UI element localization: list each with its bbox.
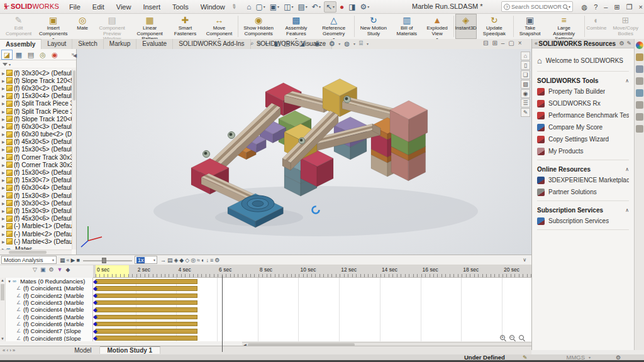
options-button[interactable]: ⚙▾ [359,1,371,13]
key-point[interactable]: ◆ [93,314,97,320]
instant3d-button[interactable]: ◈Instant3D [455,14,477,39]
tree-filter-row[interactable]: ▾ [0,60,76,69]
graphics-viewport[interactable] [77,49,531,255]
auto-key-button[interactable]: ◆ [179,257,184,263]
animation-wizard-button[interactable]: ◈ [173,257,179,263]
tab-assembly[interactable]: Assembly [0,39,42,49]
timeline-bar[interactable] [96,286,197,291]
window-layout-button[interactable]: ⊞ [614,3,619,11]
tree-item[interactable]: ▶(f) Corner Track 30x30<4> (Def [0,161,72,168]
view-settings-icon[interactable]: ⌸ [359,40,363,47]
tab-markup[interactable]: Markup [104,39,136,49]
new-motion-study-button[interactable]: ↻New Motion Study [355,14,391,39]
reference-geometry-button[interactable]: △Reference Geometry▾ [315,14,353,39]
tree-item[interactable]: ▶(f) 15x30<8> (Default<<Default [0,192,72,199]
motion-study-properties-button[interactable]: ⚙ [214,257,220,263]
home-icon[interactable]: ⌂ [521,52,530,60]
timeline-bar[interactable] [96,300,197,305]
mate-row[interactable]: ∠(f) Coincident4 (Marble [0,306,92,313]
restore-button[interactable]: ❐ [626,3,633,11]
link-my-products[interactable]: My Products [537,145,629,157]
study-tab-model[interactable]: Model [67,347,99,354]
solidworks-resources-tab[interactable] [636,41,643,49]
tree-item[interactable]: ▶(f) 30x30<2> (Default<<Default [0,69,72,77]
forum-tab[interactable] [636,113,643,121]
calculate-button[interactable]: ▦ [59,257,66,263]
link-3dexperience-marketplace[interactable]: 3DEXPERIENCE Marketplace [537,174,629,186]
unit-system[interactable]: MMGS [566,354,585,361]
gravity-button[interactable]: ↓ [205,257,209,263]
menu-view[interactable]: View [115,3,133,11]
smart-fasteners-button[interactable]: ✚Smart Fasteners [169,14,202,39]
menu-tools[interactable]: Tools [171,3,190,11]
section-solidworks-tools[interactable]: SOLIDWORKS Tools∧ [537,75,629,85]
tree-vertical-scrollbar[interactable] [72,69,76,250]
key-point[interactable]: ◆ [93,293,97,299]
edit-appearance-icon[interactable]: ❂ [330,40,335,47]
new-document-button[interactable]: ▢▾ [254,1,266,13]
key-point[interactable]: ◆ [93,329,97,334]
minimize-doc-button[interactable]: – [501,40,505,47]
timeline-bar[interactable] [96,315,197,320]
tree-item[interactable]: ▶(f) 15x30<6> (Default<<Default [0,168,72,176]
bill-of-materials-button[interactable]: ▥Bill of Materials [391,14,422,39]
playback-mode-button[interactable]: → [160,257,167,263]
options-icon[interactable]: ⚙ [48,266,53,273]
filter-caret-icon[interactable]: ▾ [9,62,11,67]
large-assembly-settings-button[interactable]: ≡Large Assembly Settings▾ [545,14,583,39]
show-hidden-components-button[interactable]: ◉Show Hidden Components [240,14,277,39]
new-window-button[interactable]: ⊞ [492,40,497,47]
list-icon[interactable]: ☰ [521,99,530,107]
slider-thumb[interactable] [102,258,106,263]
tree-item[interactable]: ▶(f) 60x30 tube<2> (Default<<D [0,131,72,138]
play-from-start-button[interactable]: « [66,257,70,263]
key-point[interactable]: ◆ [93,300,97,305]
trash-icon[interactable]: ▯ [521,61,530,70]
mate-row[interactable]: ∠(f) Coincident7 (Slope [0,327,92,334]
add-key-button[interactable]: ◇ [184,257,190,263]
timeline-ruler[interactable]: 0 sec2 sec4 sec6 sec8 sec10 sec12 sec14 … [93,265,531,278]
exploded-view-button[interactable]: ▲Exploded View▾ [422,14,452,39]
mate-row[interactable]: ∠(f) Coincident8 (Slope [0,334,92,341]
mate-button[interactable]: ◎Mate [72,14,93,39]
tree-item-mates[interactable]: ▶∞Mates [0,245,72,250]
spring-button[interactable]: ≈ [196,257,201,263]
panel-collapse-arrow[interactable]: ◀ [73,53,77,58]
menu-insert[interactable]: Insert [142,3,162,11]
task-pane-pin-icon[interactable]: ✎ [626,40,631,47]
menu-file[interactable]: File [68,3,82,11]
tree-item[interactable]: ▶(f) 15x30<9> (Default<<Default [0,207,72,214]
timeline-bar[interactable] [96,329,197,334]
tree-item[interactable]: ▶(f) Slope Track 120<5> (Default [0,77,72,84]
move-component-button[interactable]: ↔Move Component▾ [202,14,237,39]
key-point[interactable]: ◆ [93,286,97,292]
tree-item[interactable]: ▶(f) 30x30<3> (Default<<Default [0,199,72,207]
tab-sketch[interactable]: Sketch [72,39,104,49]
undo-button[interactable]: ↶▾ [311,1,322,13]
tab-solidworks-add-ins[interactable]: SOLIDWORKS Add-Ins [173,39,250,49]
playback-speed-selector[interactable]: 1x▾ [135,256,157,264]
motion-collapse-icon[interactable]: ∨ [523,257,526,263]
timeline-bar[interactable] [96,293,197,299]
mates-group-row[interactable]: ▼∞Mates (0 Redundancies) [0,278,92,285]
pin-menu-icon[interactable]: ✎ [230,3,238,11]
tree-item[interactable]: ▶(f) 15x30<5> (Default<<Default [0,146,72,153]
section-online-resources[interactable]: Online Resources∧ [537,164,629,174]
design-library-tab[interactable] [636,53,643,61]
help-button[interactable]: ? [594,3,597,11]
timeline-playhead[interactable] [222,275,223,352]
link-subscription-services[interactable]: Subscription Services [537,215,629,227]
timeline-bar[interactable] [96,336,197,341]
tree-item[interactable]: ▶(f) Slope Track 120<6> (Default [0,115,72,123]
zoom-out-icon[interactable]: − [509,335,514,340]
study-type-selector[interactable]: Motion Analysis▾ [1,256,57,264]
motor-button[interactable]: ◎ [190,257,196,263]
search-input[interactable] [510,3,563,11]
mate-row[interactable]: ∠(f) Coincident3 (Marble [0,299,92,306]
display-style-icon[interactable]: ◪ [299,40,305,47]
appearance-icon[interactable]: ▨ [521,80,530,89]
propertymanager-tab[interactable]: ▦ [13,50,25,60]
close-button[interactable]: × [639,3,643,11]
tree-item[interactable]: ▶(f) Corner Track 30x30<3> (Def [0,153,72,161]
insert-components-button[interactable]: ▣Insert Components▾ [35,14,72,39]
